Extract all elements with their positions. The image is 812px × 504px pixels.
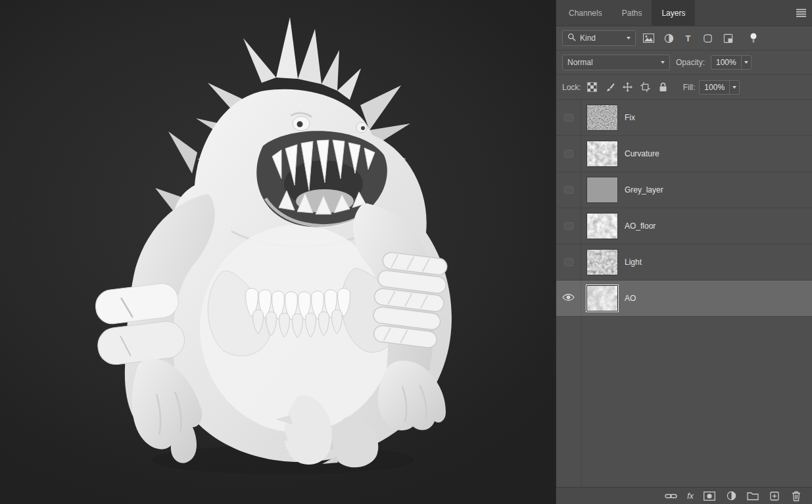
type-layer-filter-button[interactable]: T	[681, 31, 695, 45]
visibility-off-well	[564, 222, 573, 230]
delete-layer-button[interactable]	[790, 490, 803, 502]
layer-name[interactable]: Light	[625, 258, 642, 267]
layer-name[interactable]: AO_floor	[625, 221, 656, 231]
visibility-toggle[interactable]	[556, 244, 581, 280]
chevron-down-icon	[627, 37, 631, 39]
smart-object-filter-button[interactable]	[720, 31, 736, 45]
application-window: Channels Paths Layers Kind T	[0, 0, 812, 504]
opacity-label: Opacity:	[676, 58, 705, 67]
head-spikes	[243, 17, 361, 100]
new-group-button[interactable]	[746, 490, 759, 502]
noise-thumbnail-image	[587, 141, 617, 166]
adjustment-layer-filter-button[interactable]	[661, 31, 677, 45]
visibility-off-well	[564, 258, 573, 266]
link-layers-button[interactable]	[665, 490, 678, 502]
eye-icon	[562, 293, 575, 304]
visibility-off-well	[564, 114, 573, 122]
fill-input[interactable]: 100%	[699, 80, 740, 95]
layer-thumbnail[interactable]	[586, 285, 618, 311]
visibility-toggle[interactable]	[556, 136, 581, 172]
layers-empty-area[interactable]	[556, 317, 812, 487]
noise-thumbnail-image	[587, 105, 617, 130]
solid-grey-thumbnail-image	[587, 177, 617, 202]
lock-label: Lock:	[562, 83, 581, 92]
fill-dropdown-button[interactable]	[729, 81, 739, 94]
layer-thumbnail[interactable]	[586, 104, 618, 131]
blend-mode-dropdown[interactable]: Normal	[562, 55, 670, 70]
shape-layer-filter-button[interactable]	[700, 31, 715, 45]
layer-row-ao-floor[interactable]: AO_floor	[556, 208, 812, 244]
layers-panel-footer: fx	[556, 487, 812, 504]
noise-thumbnail-image	[587, 214, 617, 239]
layers-panel: Channels Paths Layers Kind T	[556, 0, 812, 504]
layer-thumbnail[interactable]	[586, 213, 618, 239]
visibility-off-well	[564, 150, 573, 158]
layer-row-fix[interactable]: Fix	[556, 100, 812, 136]
panel-menu-icon[interactable]	[796, 9, 806, 19]
pixel-layer-filter-button[interactable]	[640, 31, 656, 45]
visibility-toggle[interactable]	[556, 281, 581, 316]
layer-thumbnail[interactable]	[586, 249, 618, 275]
monster-3d-model	[0, 0, 556, 504]
lock-options-row: Lock: Fill: 100%	[556, 75, 812, 100]
kind-label: Kind	[580, 34, 596, 43]
search-icon	[567, 33, 576, 43]
fill-value[interactable]: 100%	[700, 81, 729, 94]
new-adjustment-layer-button[interactable]	[725, 490, 738, 502]
layer-style-button[interactable]: fx	[686, 491, 694, 501]
opacity-input[interactable]: 100%	[711, 55, 752, 70]
visibility-toggle[interactable]	[556, 172, 581, 208]
tab-paths[interactable]: Paths	[612, 0, 652, 26]
layers-list: Fix Curvature Grey_layer AO_floor Li	[556, 100, 812, 487]
filter-kind-dropdown[interactable]: Kind	[562, 30, 636, 46]
type-filter-icon: T	[686, 34, 691, 43]
blend-mode-value: Normal	[567, 58, 593, 67]
layer-filter-row: Kind T	[556, 26, 812, 51]
layer-thumbnail[interactable]	[586, 141, 618, 167]
layer-name[interactable]: Fix	[625, 113, 635, 122]
fill-label: Fill:	[683, 83, 696, 92]
new-layer-button[interactable]	[768, 490, 781, 502]
layer-row-light[interactable]: Light	[556, 244, 812, 281]
blend-options-row: Normal Opacity: 100%	[556, 51, 812, 75]
layer-name[interactable]: Curvature	[625, 149, 659, 158]
document-canvas[interactable]	[0, 0, 556, 504]
noise-thumbnail-image	[587, 286, 617, 311]
visibility-toggle[interactable]	[556, 208, 581, 244]
opacity-dropdown-button[interactable]	[741, 56, 751, 69]
opacity-value[interactable]: 100%	[711, 56, 741, 69]
lock-position-button[interactable]	[621, 80, 634, 95]
noise-thumbnail-image	[587, 250, 617, 275]
tab-channels[interactable]: Channels	[559, 0, 612, 26]
layer-row-ao[interactable]: AO	[556, 281, 812, 317]
visibility-toggle[interactable]	[556, 100, 581, 135]
tab-layers[interactable]: Layers	[652, 0, 695, 26]
layer-name[interactable]: Grey_layer	[625, 185, 663, 195]
layer-filtering-toggle[interactable]	[746, 31, 761, 45]
lock-transparent-pixels-button[interactable]	[585, 80, 599, 95]
visibility-column-divider	[581, 317, 582, 487]
layer-name[interactable]: AO	[625, 294, 636, 303]
layer-thumbnail[interactable]	[586, 177, 618, 203]
layer-row-curvature[interactable]: Curvature	[556, 136, 812, 172]
visibility-off-well	[564, 186, 573, 194]
chevron-down-icon	[661, 61, 665, 64]
lock-image-pixels-button[interactable]	[603, 80, 617, 95]
layer-row-grey-layer[interactable]: Grey_layer	[556, 172, 812, 208]
panel-tab-bar: Channels Paths Layers	[556, 0, 812, 26]
add-layer-mask-button[interactable]	[703, 490, 716, 502]
lock-all-button[interactable]	[656, 80, 670, 95]
lock-artboard-button[interactable]	[638, 80, 652, 95]
